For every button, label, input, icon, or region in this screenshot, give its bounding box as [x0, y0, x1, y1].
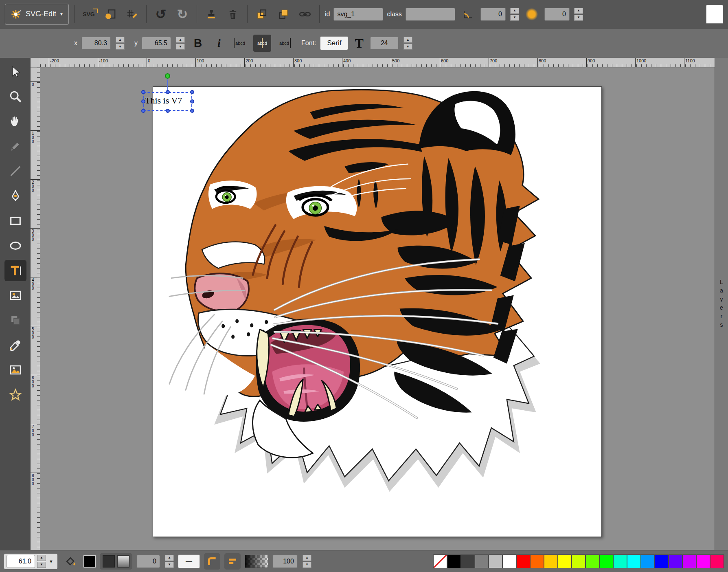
move-to-top-button[interactable] — [274, 5, 292, 23]
opacity-up-button[interactable]: ▲ — [303, 555, 311, 561]
path-tool[interactable] — [4, 185, 26, 207]
font-size-input[interactable] — [370, 37, 399, 50]
palette-swatch[interactable] — [461, 554, 475, 568]
stroke-color-swatch[interactable] — [103, 555, 115, 568]
palette-swatch[interactable] — [572, 554, 585, 568]
selection-grip-w[interactable] — [141, 99, 145, 103]
selection-grip-nw[interactable] — [141, 90, 145, 94]
angle-down-button[interactable]: ▼ — [510, 15, 519, 21]
palette-swatch[interactable] — [710, 554, 724, 568]
undo-button[interactable]: ↺ — [152, 5, 170, 23]
ellipse-tool[interactable] — [4, 235, 26, 256]
workspace[interactable]: -200-10001002003004005006007008009001000… — [31, 58, 715, 550]
x-up-button[interactable]: ▲ — [116, 37, 125, 43]
linejoin-button[interactable] — [204, 553, 220, 570]
opacity-down-button[interactable]: ▼ — [303, 562, 311, 568]
blur-input[interactable] — [544, 8, 570, 21]
bold-button[interactable]: B — [189, 37, 207, 50]
pencil-tool[interactable] — [4, 136, 26, 157]
shape-library-tool[interactable] — [4, 310, 26, 331]
redo-button[interactable]: ↻ — [173, 5, 191, 23]
text-tool[interactable] — [4, 260, 26, 281]
palette-swatch[interactable] — [447, 554, 461, 568]
move-to-bottom-button[interactable] — [253, 5, 271, 23]
element-id-input[interactable] — [333, 8, 383, 21]
text-anchor-start-button[interactable]: abcd — [231, 35, 249, 52]
eyedropper-tool[interactable] — [4, 334, 26, 356]
x-position-input[interactable] — [81, 37, 111, 50]
palette-swatch[interactable] — [530, 554, 544, 568]
selection-grip-s[interactable] — [166, 109, 170, 113]
palette-swatch[interactable] — [655, 554, 669, 568]
background-color-swatch[interactable] — [706, 5, 723, 24]
selection-grip-sw[interactable] — [141, 109, 145, 113]
palette-swatch[interactable] — [669, 554, 682, 568]
clone-button[interactable] — [202, 5, 220, 23]
image-tool[interactable] — [4, 285, 26, 306]
select-tool[interactable] — [4, 61, 26, 82]
palette-swatch[interactable] — [516, 554, 530, 568]
font-family-button[interactable]: Serif — [320, 36, 348, 50]
zoom-tool[interactable] — [4, 86, 26, 107]
element-class-input[interactable] — [406, 8, 455, 21]
selection-grip-e[interactable] — [190, 99, 194, 103]
font-size-down-button[interactable]: ▼ — [403, 44, 412, 50]
main-menu-button[interactable]: SVG-Edit ▼ — [5, 4, 69, 25]
angle-up-button[interactable]: ▲ — [510, 8, 519, 14]
text-anchor-middle-button[interactable]: abcd — [253, 35, 271, 52]
blur-up-button[interactable]: ▲ — [574, 8, 583, 14]
zoom-input[interactable] — [7, 555, 35, 568]
zoom-up-button[interactable]: ▲ — [37, 555, 46, 561]
angle-input[interactable] — [480, 8, 506, 21]
make-link-button[interactable] — [296, 5, 314, 23]
stroke-width-down-button[interactable]: ▼ — [165, 562, 174, 568]
svg-canvas[interactable] — [153, 86, 602, 537]
italic-button[interactable]: i — [211, 37, 227, 50]
palette-swatch[interactable] — [475, 554, 489, 568]
palette-swatch[interactable] — [544, 554, 558, 568]
library-tool[interactable] — [4, 359, 26, 381]
opacity-input[interactable] — [272, 555, 298, 568]
palette-swatch[interactable] — [627, 554, 641, 568]
y-down-button[interactable]: ▼ — [176, 44, 185, 50]
opacity-gradient-icon[interactable] — [245, 555, 268, 568]
palette-swatch[interactable] — [585, 554, 599, 568]
x-down-button[interactable]: ▼ — [116, 44, 125, 50]
palette-swatch[interactable] — [696, 554, 710, 568]
line-tool[interactable] — [4, 161, 26, 182]
stroke-gradient-swatch[interactable] — [117, 555, 129, 568]
palette-swatch[interactable] — [558, 554, 572, 568]
stroke-dash-select[interactable]: — — [178, 554, 200, 568]
linecap-button[interactable] — [224, 553, 241, 570]
selection-grip-ne[interactable] — [190, 90, 194, 94]
star-tool[interactable] — [4, 384, 26, 405]
stroke-width-up-button[interactable]: ▲ — [165, 555, 174, 561]
stroke-width-input[interactable] — [136, 555, 160, 568]
pan-tool[interactable] — [4, 111, 26, 132]
palette-swatch[interactable] — [613, 554, 627, 568]
editor-preferences-button[interactable] — [123, 5, 141, 23]
palette-swatch[interactable] — [641, 554, 655, 568]
fill-color-swatch[interactable] — [83, 555, 96, 568]
selection-grip-se[interactable] — [190, 109, 194, 113]
rect-tool[interactable] — [4, 210, 26, 231]
zoom-down-button[interactable]: ▼ — [37, 562, 46, 568]
edit-source-button[interactable]: SVG — [80, 5, 98, 23]
palette-swatch[interactable] — [489, 554, 502, 568]
palette-swatch[interactable] — [433, 554, 447, 568]
delete-button[interactable] — [224, 5, 242, 23]
selected-text-element[interactable]: This is V7 — [145, 95, 182, 106]
palette-swatch[interactable] — [682, 554, 696, 568]
font-size-up-button[interactable]: ▲ — [403, 37, 412, 43]
palette-swatch[interactable] — [599, 554, 613, 568]
y-position-input[interactable] — [142, 37, 171, 50]
zoom-dropdown-icon[interactable]: ▼ — [47, 559, 55, 564]
y-up-button[interactable]: ▲ — [176, 37, 185, 43]
palette-swatch[interactable] — [502, 554, 516, 568]
selection-rotate-grip[interactable] — [165, 73, 170, 79]
layers-panel-tab[interactable]: Layers — [715, 58, 728, 550]
document-properties-button[interactable] — [101, 5, 119, 23]
selection-grip-n[interactable] — [166, 90, 170, 94]
blur-down-button[interactable]: ▼ — [574, 15, 583, 21]
text-anchor-end-button[interactable]: abcd — [275, 35, 293, 52]
